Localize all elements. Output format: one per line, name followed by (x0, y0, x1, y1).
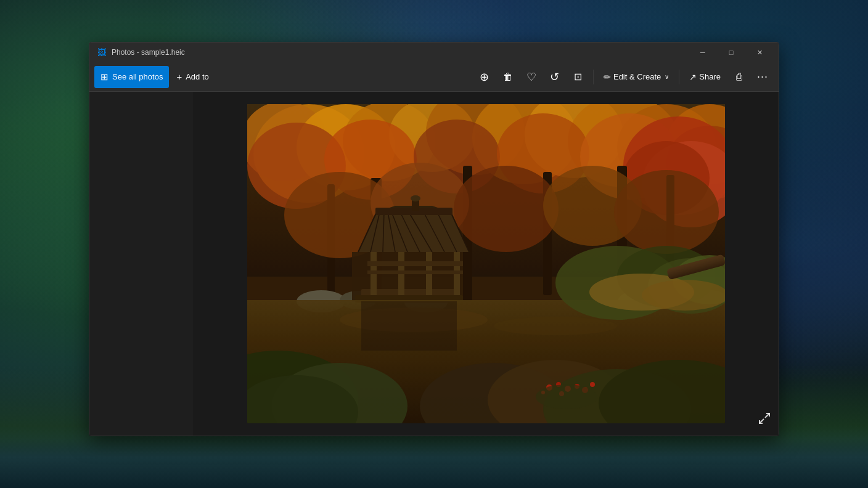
add-to-button[interactable]: + Add to (170, 66, 215, 88)
chevron-down-icon: ∨ (665, 73, 669, 80)
plus-icon: + (176, 72, 182, 81)
app-icon: 🖼 (97, 47, 107, 57)
photos-app-window: 🖼 Photos - sample1.heic ─ □ ✕ ⊞ See all … (89, 42, 779, 436)
title-bar: 🖼 Photos - sample1.heic ─ □ ✕ (89, 43, 779, 62)
crop-button[interactable]: ⊡ (567, 66, 589, 88)
edit-create-button[interactable]: ✏ Edit & Create ∨ (597, 66, 675, 88)
zoom-in-button[interactable]: ⊕ (473, 66, 496, 88)
share-icon: ↗ (689, 72, 697, 82)
crop-icon: ⊡ (574, 71, 582, 83)
svg-line-94 (760, 419, 764, 423)
heart-icon: ♡ (526, 70, 536, 84)
main-content (89, 92, 779, 436)
print-icon: ⎙ (736, 71, 742, 83)
see-all-photos-label: See all photos (112, 72, 163, 81)
title-bar-left: 🖼 Photos - sample1.heic (97, 47, 185, 57)
toolbar-separator-1 (593, 70, 594, 84)
window-title: Photos - sample1.heic (112, 48, 185, 57)
svg-rect-92 (247, 104, 725, 423)
more-options-button[interactable]: ··· (751, 66, 774, 88)
svg-line-93 (765, 413, 769, 418)
rotate-button[interactable]: ↺ (544, 66, 566, 88)
share-label: Share (699, 72, 721, 81)
title-bar-controls: ─ □ ✕ (689, 43, 774, 62)
minimize-button[interactable]: ─ (689, 43, 717, 62)
edit-create-label: Edit & Create (613, 72, 661, 81)
trash-icon: 🗑 (503, 71, 513, 83)
maximize-button[interactable]: □ (717, 43, 745, 62)
delete-button[interactable]: 🗑 (497, 66, 519, 88)
toolbar-separator-2 (679, 70, 679, 84)
photo-display-area[interactable] (193, 92, 779, 436)
share-button[interactable]: ↗ Share (683, 66, 727, 88)
photo-svg (247, 104, 725, 423)
favorite-button[interactable]: ♡ (520, 66, 542, 88)
toolbar: ⊞ See all photos + Add to ⊕ 🗑 ♡ ↺ ⊡ (89, 62, 779, 92)
see-all-photos-button[interactable]: ⊞ See all photos (94, 66, 169, 88)
add-to-label: Add to (186, 72, 209, 81)
rotate-icon: ↺ (550, 70, 559, 84)
photo-canvas (247, 104, 725, 423)
edit-pencil-icon: ✏ (604, 72, 611, 82)
sidebar (89, 92, 193, 436)
print-button[interactable]: ⎙ (728, 66, 750, 88)
expand-button[interactable] (758, 412, 771, 428)
close-button[interactable]: ✕ (745, 43, 774, 62)
photos-grid-icon: ⊞ (100, 72, 108, 81)
more-icon: ··· (757, 70, 768, 83)
zoom-icon: ⊕ (480, 70, 489, 84)
